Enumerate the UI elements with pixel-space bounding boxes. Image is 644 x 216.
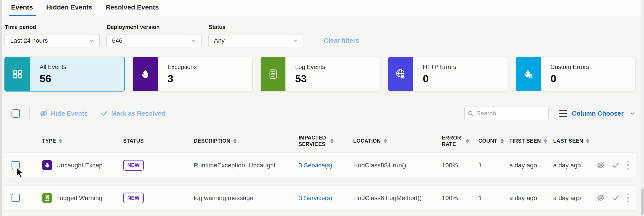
- scrollbar-thumb[interactable]: [641, 189, 644, 215]
- column-header-first-seen[interactable]: FIRST SEEN: [509, 138, 553, 144]
- column-label: LOCATION: [353, 138, 381, 144]
- sort-icon[interactable]: [384, 139, 387, 144]
- time-period-value: Last 24 hours: [10, 37, 48, 44]
- row-checkbox[interactable]: [12, 194, 20, 202]
- chevron-down-icon: [88, 38, 94, 43]
- last-seen-cell: a day ago: [553, 194, 596, 202]
- column-label: TYPE: [42, 138, 56, 144]
- card-exceptions[interactable]: Exceptions 3: [132, 57, 252, 92]
- sort-icon[interactable]: [234, 139, 236, 144]
- error-rate-cell: 100%: [442, 194, 478, 202]
- card-body: Exceptions 3: [158, 57, 197, 91]
- first-seen-cell: a day ago: [509, 194, 553, 202]
- hide-event-icon-button[interactable]: [596, 194, 605, 202]
- sort-icon[interactable]: [59, 139, 62, 144]
- location-cell: HodClass6.LogMethod(): [353, 194, 442, 202]
- flame-gear-icon: [523, 68, 534, 80]
- chevron-down-icon: [292, 38, 298, 43]
- status-cell: NEW: [123, 193, 194, 204]
- log-warning-type-badge: [42, 193, 52, 203]
- column-label: FIRST SEEN: [509, 138, 541, 144]
- card-title: HTTP Errors: [423, 64, 456, 70]
- card-count: 0: [423, 72, 456, 85]
- column-header-count[interactable]: COUNT: [478, 138, 509, 144]
- card-title: All Events: [40, 64, 66, 70]
- card-count: 3: [168, 72, 197, 85]
- mark-resolved-button[interactable]: Mark as Resolved: [100, 110, 166, 117]
- status-badge: NEW: [123, 193, 144, 204]
- eye-off-icon: [40, 109, 48, 118]
- tab-hidden-events[interactable]: Hidden Events: [45, 3, 93, 16]
- vertical-scrollbar[interactable]: [641, 0, 644, 216]
- card-accent-block: [388, 57, 413, 91]
- card-log-events[interactable]: Log Events 53: [260, 57, 380, 92]
- hide-events-label: Hide Events: [51, 110, 88, 117]
- sort-icon[interactable]: [586, 139, 589, 144]
- table-row[interactable]: Uncaught Excep... NEW RuntimeException: …: [4, 153, 636, 178]
- column-header-type[interactable]: TYPE: [42, 138, 123, 144]
- sort-icon[interactable]: [544, 139, 547, 144]
- resolve-event-icon-button[interactable]: [612, 161, 620, 169]
- column-header-status: STATUS: [123, 138, 194, 144]
- sort-icon[interactable]: [330, 139, 334, 144]
- deployment-version-value: 646: [112, 37, 122, 44]
- tab-resolved-events[interactable]: Resolved Events: [105, 3, 160, 16]
- row-menu-kebab-icon[interactable]: [626, 193, 630, 203]
- search-box: [464, 107, 549, 120]
- row-checkbox[interactable]: [12, 161, 20, 169]
- sort-icon[interactable]: [466, 139, 469, 144]
- status-filter: Status Any: [208, 24, 304, 47]
- table-row[interactable]: Logged Warning NEW log warning message 3…: [4, 185, 636, 211]
- column-header-location[interactable]: LOCATION: [353, 138, 442, 144]
- flame-icon: [44, 162, 50, 169]
- eye-off-icon: [596, 194, 605, 202]
- column-header-impacted-services[interactable]: IMPACTED SERVICES: [298, 135, 353, 148]
- type-label: Logged Warning: [56, 194, 102, 202]
- type-cell: Logged Warning: [42, 193, 123, 203]
- card-custom-errors[interactable]: Custom Errors 0: [516, 57, 636, 92]
- card-all-events[interactable]: All Events 56: [4, 57, 125, 92]
- time-period-filter: Time period Last 24 hours: [4, 24, 100, 47]
- column-header-last-seen[interactable]: LAST SEEN: [553, 138, 596, 144]
- column-header-error-rate[interactable]: ERROR RATE: [442, 135, 478, 148]
- impacted-services-cell: 3 Service(s): [298, 194, 353, 202]
- time-period-select[interactable]: Last 24 hours: [4, 34, 100, 47]
- log-document-icon: [268, 69, 278, 79]
- status-select[interactable]: Any: [208, 34, 304, 47]
- card-count: 53: [295, 72, 325, 85]
- card-http-errors[interactable]: HTTP Errors 0: [388, 57, 508, 92]
- clear-filters-button[interactable]: Clear filters: [324, 37, 359, 44]
- status-cell: NEW: [123, 160, 194, 171]
- card-accent-block: [261, 57, 286, 91]
- impacted-services-link[interactable]: 3 Service(s): [298, 194, 332, 202]
- select-all-checkbox[interactable]: [12, 109, 20, 118]
- impacted-services-link[interactable]: 3 Service(s): [298, 162, 332, 169]
- hide-events-button[interactable]: Hide Events: [40, 109, 88, 118]
- check-icon: [612, 194, 620, 202]
- events-table: TYPE STATUS DESCRIPTION IMPACTED SERVICE…: [4, 130, 636, 211]
- globe-warning-icon: [395, 68, 406, 80]
- hamburger-icon: [560, 110, 568, 117]
- search-input[interactable]: [476, 110, 545, 117]
- count-cell: 1: [478, 194, 509, 202]
- column-header-description[interactable]: DESCRIPTION: [194, 138, 298, 144]
- row-menu-kebab-icon[interactable]: [626, 160, 630, 171]
- resolve-event-icon-button[interactable]: [612, 194, 620, 202]
- last-seen-cell: a day ago: [553, 162, 596, 169]
- location-cell: HodClass8$1.run(): [353, 162, 442, 169]
- status-badge: NEW: [123, 160, 144, 171]
- type-cell: Uncaught Excep...: [42, 160, 123, 170]
- column-chooser-label: Column Chooser: [572, 110, 624, 117]
- column-chooser-button[interactable]: Column Chooser: [560, 110, 636, 117]
- hide-event-icon-button[interactable]: [596, 161, 605, 169]
- exception-type-badge: [42, 160, 52, 170]
- table-header: TYPE STATUS DESCRIPTION IMPACTED SERVICE…: [4, 130, 636, 153]
- tab-bar: Events Hidden Events Resolved Events: [0, 0, 644, 16]
- stat-cards-row: All Events 56 Exceptions 3: [4, 57, 636, 92]
- grid-icon: [12, 68, 23, 80]
- deployment-version-select[interactable]: 646: [106, 34, 202, 47]
- sort-icon[interactable]: [500, 139, 504, 144]
- search-icon: [468, 110, 474, 117]
- column-label: ERROR RATE: [442, 135, 463, 148]
- tab-events[interactable]: Events: [10, 3, 34, 16]
